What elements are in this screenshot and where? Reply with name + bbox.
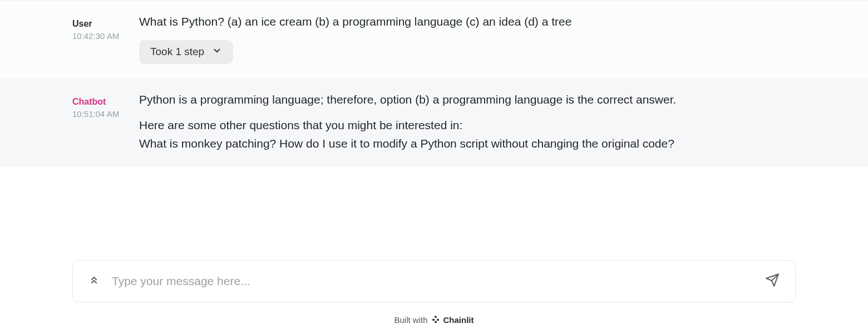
sender-label: Chatbot [72,96,139,107]
steps-label: Took 1 step [150,46,204,58]
svg-point-4 [437,319,439,321]
footer-prefix: Built with [394,315,427,325]
message-user: User 10:42:30 AM What is Python? (a) an … [0,1,868,79]
send-icon [765,273,780,290]
svg-point-2 [435,316,437,318]
message-paragraph: Python is a programming language; theref… [139,91,796,109]
input-area [0,260,868,309]
sender-label: User [72,18,139,29]
chainlit-logo-icon [431,315,440,325]
send-button[interactable] [763,272,782,291]
svg-point-5 [435,321,437,323]
message-timestamp: 10:51:04 AM [72,109,139,119]
message-text: What is Python? (a) an ice cream (b) a p… [139,13,796,31]
message-meta: Chatbot 10:51:04 AM [0,91,139,153]
message-input[interactable] [112,275,753,288]
expand-button[interactable] [86,273,102,289]
message-list: User 10:42:30 AM What is Python? (a) an … [0,0,868,260]
steps-toggle[interactable]: Took 1 step [139,40,233,64]
chevron-down-icon [212,46,222,58]
message-content: Python is a programming language; theref… [139,91,868,153]
message-paragraph: Here are some other questions that you m… [139,116,796,153]
footer: Built with Chainlit [0,309,868,333]
message-meta: User 10:42:30 AM [0,13,139,64]
svg-point-3 [432,319,435,321]
chevron-double-up-icon [88,275,100,288]
message-timestamp: 10:42:30 AM [72,31,139,41]
message-text: Python is a programming language; theref… [139,91,796,153]
message-input-bar [72,260,796,302]
message-bot: Chatbot 10:51:04 AM Python is a programm… [0,79,868,168]
message-content: What is Python? (a) an ice cream (b) a p… [139,13,868,64]
footer-brand[interactable]: Chainlit [443,315,474,325]
